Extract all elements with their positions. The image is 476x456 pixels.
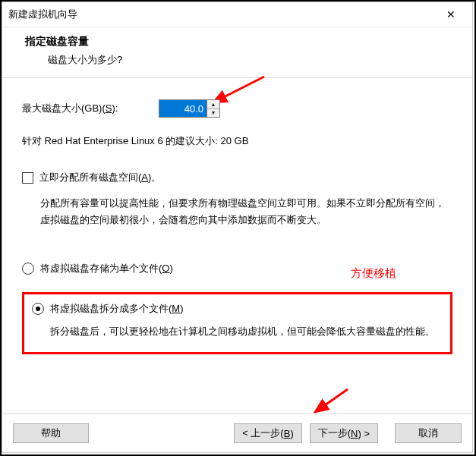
close-icon: ✕ — [446, 8, 456, 20]
split-file-row: 将虚拟磁盘拆分成多个文件(M) — [32, 302, 440, 316]
close-button[interactable]: ✕ — [436, 4, 466, 25]
single-file-label[interactable]: 将虚拟磁盘存储为单个文件(O) — [40, 262, 173, 275]
allocate-now-description: 分配所有容量可以提高性能，但要求所有物理磁盘空间立即可用。如果不立即分配所有空间… — [40, 195, 452, 228]
window-inner: 新建虚拟机向导 ✕ 指定磁盘容量 磁盘大小为多少? 最大磁盘大小(GB)(S): — [2, 2, 473, 453]
wizard-window: 新建虚拟机向导 ✕ 指定磁盘容量 磁盘大小为多少? 最大磁盘大小(GB)(S): — [0, 0, 476, 456]
annotation-arrow-2 — [306, 386, 351, 417]
spinner-down-icon[interactable]: ▼ — [207, 109, 219, 118]
next-button[interactable]: 下一步(N) > — [310, 423, 378, 443]
allocate-now-checkbox[interactable] — [22, 172, 33, 184]
spinner-up-icon[interactable]: ▲ — [207, 100, 219, 109]
spinner-arrows: ▲ ▼ — [206, 100, 219, 117]
disk-size-input[interactable] — [159, 100, 206, 117]
back-button[interactable]: < 上一步(B) — [234, 423, 302, 443]
split-file-label[interactable]: 将虚拟磁盘拆分成多个文件(M) — [50, 302, 184, 316]
titlebar: 新建虚拟机向导 ✕ — [2, 2, 472, 27]
page-subheading: 磁盘大小为多少? — [48, 53, 457, 67]
disk-size-spinner[interactable]: ▲ ▼ — [159, 99, 220, 118]
cancel-button[interactable]: 取消 — [395, 423, 462, 443]
content-area: 最大磁盘大小(GB)(S): ▲ ▼ 针对 Red Hat Enterprise… — [2, 78, 472, 354]
window-title: 新建虚拟机向导 — [8, 8, 77, 21]
help-button[interactable]: 帮助 — [13, 423, 89, 443]
disk-size-label: 最大磁盘大小(GB)(S): — [22, 102, 159, 115]
header: 指定磁盘容量 磁盘大小为多少? — [2, 27, 472, 78]
svg-line-1 — [315, 389, 348, 412]
single-file-radio[interactable] — [22, 263, 34, 275]
annotation-text: 方便移植 — [351, 266, 396, 281]
annotation-highlight-box: 将虚拟磁盘拆分成多个文件(M) 拆分磁盘后，可以更轻松地在计算机之间移动虚拟机，… — [22, 292, 452, 354]
radio-dot-icon — [36, 307, 40, 311]
button-bar: 帮助 < 上一步(B) 下一步(N) > 取消 — [2, 414, 472, 452]
nav-button-group: < 上一步(B) 下一步(N) > 取消 — [234, 423, 462, 443]
recommended-size-text: 针对 Red Hat Enterprise Linux 6 的建议大小: 20 … — [22, 134, 452, 148]
allocate-now-row: 立即分配所有磁盘空间(A)。 — [22, 171, 452, 184]
page-heading: 指定磁盘容量 — [25, 35, 457, 49]
allocate-now-label[interactable]: 立即分配所有磁盘空间(A)。 — [39, 171, 161, 184]
split-file-description: 拆分磁盘后，可以更轻松地在计算机之间移动虚拟机，但可能会降低大容量磁盘的性能。 — [50, 323, 440, 340]
disk-size-row: 最大磁盘大小(GB)(S): ▲ ▼ — [22, 99, 452, 118]
split-file-radio[interactable] — [32, 303, 44, 315]
